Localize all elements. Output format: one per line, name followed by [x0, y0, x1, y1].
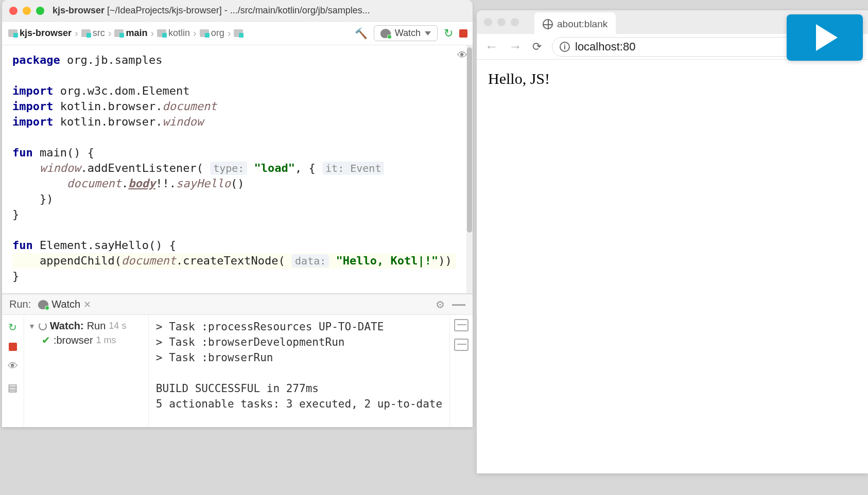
window-controls [9, 7, 44, 15]
console-line: > Task :browserDevelopmentRun [156, 336, 345, 348]
close-window-button[interactable] [484, 18, 492, 26]
zoom-window-button[interactable] [511, 18, 519, 26]
keyword: import [12, 84, 53, 97]
run-tab[interactable]: Watch ✕ [38, 298, 91, 310]
breadcrumb-item[interactable] [233, 29, 246, 37]
ide-toolbar: kjs-browser› src› main› kotlin› org› 🔨 W… [2, 22, 473, 45]
gradle-icon [38, 300, 48, 309]
breadcrumb-item[interactable]: kotlin [156, 28, 191, 39]
keyword: fun [12, 239, 33, 252]
console-line: 5 actionable tasks: 3 executed, 2 up-to-… [156, 398, 442, 410]
build-icon[interactable]: 🔨 [355, 27, 368, 40]
keyword: import [12, 100, 53, 113]
code-text: } [12, 270, 19, 282]
rerun-icon[interactable]: ↻ [8, 321, 17, 333]
breadcrumb: kjs-browser› src› main› kotlin› org› [7, 27, 352, 39]
code-text: .addEventListener( [80, 162, 210, 174]
folder-icon [157, 29, 166, 37]
highlighted-line: appendChild(document.createTextNode( dat… [12, 253, 456, 269]
code-editor[interactable]: package org.jb.samples import org.w3c.do… [2, 45, 466, 293]
code-ident: window [40, 162, 80, 174]
scrollbar-thumb[interactable] [467, 47, 472, 233]
param-hint: data: [292, 254, 329, 268]
param-hint: type: [210, 162, 247, 175]
browser-tab[interactable]: about:blank [534, 12, 616, 36]
keyword: fun [12, 146, 33, 159]
zoom-window-button[interactable] [36, 7, 44, 15]
run-panel-body: ↻ 👁 ▤ ▼ Watch: Run 14 s ✔ :brows [2, 315, 473, 427]
window-title-path: [~/IdeaProjects/kjs-browser] - .../src/m… [105, 5, 370, 15]
breadcrumb-item[interactable]: main [113, 28, 148, 39]
code-ident: document [121, 254, 176, 267]
reload-button[interactable]: ⟳ [532, 40, 542, 54]
editor-vertical-scrollbar[interactable] [466, 45, 473, 293]
forward-button[interactable]: → [509, 39, 522, 55]
back-button[interactable]: ← [485, 39, 498, 55]
page-text: Hello, JS! [488, 70, 857, 87]
code-ident: sayHello [176, 177, 231, 190]
code-text: kotlin.browser. [53, 115, 162, 128]
code-text: )) [438, 254, 452, 267]
close-window-button[interactable] [9, 7, 18, 15]
minimize-panel-icon[interactable]: — [452, 296, 465, 312]
run-tab-label: Watch [51, 298, 80, 310]
scroll-to-end-icon[interactable] [454, 339, 468, 351]
breadcrumb-item[interactable]: org [199, 28, 225, 39]
breadcrumb-item[interactable]: kjs-browser [7, 28, 73, 39]
stop-icon[interactable] [9, 343, 17, 351]
rerun-button[interactable]: ↻ [444, 27, 453, 40]
code-text: org.w3c.dom.Element [53, 84, 189, 97]
softwrap-icon[interactable] [454, 319, 468, 331]
code-text: main() { [33, 146, 94, 159]
layout-icon[interactable]: ▤ [8, 381, 18, 394]
tree-node-sub: Run [87, 320, 106, 332]
code-text: .createTextNode( [176, 254, 292, 267]
run-config-selector[interactable]: Watch [374, 25, 438, 41]
tree-child-time: 1 ms [96, 335, 116, 346]
code-text: org.jb.samples [60, 54, 163, 66]
run-panel: Run: Watch ✕ ⚙ — ↻ 👁 ▤ [2, 293, 473, 427]
inspections-icon[interactable]: 👁 [457, 49, 467, 61]
triangle-down-icon[interactable]: ▼ [28, 322, 36, 330]
play-overlay-button[interactable] [787, 14, 863, 61]
window-title: kjs-browser [~/IdeaProjects/kjs-browser]… [53, 5, 465, 16]
code-text: kotlin.browser. [53, 100, 162, 113]
stop-button[interactable] [459, 29, 467, 38]
show-icon[interactable]: 👁 [8, 360, 18, 372]
minimize-window-button[interactable] [23, 7, 31, 15]
code-string: "Hello, Kotl|!" [329, 254, 438, 267]
code-ident: document [162, 100, 217, 113]
keyword: package [12, 54, 60, 66]
run-console-output[interactable]: > Task :processResources UP-TO-DATE > Ta… [149, 315, 449, 427]
minimize-window-button[interactable] [497, 18, 506, 26]
code-ident: body [128, 177, 155, 190]
play-icon [816, 24, 838, 51]
run-left-toolbar: ↻ 👁 ▤ [2, 315, 24, 427]
tree-node[interactable]: ▼ Watch: Run 14 s [28, 319, 144, 333]
browser-window: about:blank ← → ⟳ i localhost:80 Hello, … [477, 10, 868, 473]
browser-tab-title: about:blank [557, 19, 607, 30]
globe-icon [543, 19, 553, 29]
code-ident: window [162, 115, 203, 128]
ide-titlebar: kjs-browser [~/IdeaProjects/kjs-browser]… [2, 0, 473, 22]
chevron-right-icon: › [106, 27, 114, 39]
tree-node[interactable]: ✔ :browser 1 ms [28, 333, 144, 347]
code-text: () [231, 177, 245, 190]
run-right-toolbar [449, 315, 473, 427]
gear-icon[interactable]: ⚙ [436, 298, 445, 311]
close-tab-icon[interactable]: ✕ [83, 299, 91, 310]
tree-child-label: :browser [54, 334, 93, 346]
folder-icon [114, 29, 124, 37]
toolbar-actions: 🔨 Watch ↻ [355, 25, 467, 41]
editor-wrap: package org.jb.samples import org.w3c.do… [2, 45, 473, 293]
console-line: BUILD SUCCESSFUL in 277ms [156, 382, 319, 395]
breadcrumb-item[interactable]: src [80, 28, 106, 39]
console-line: > Task :browserRun [156, 351, 273, 364]
run-config-label: Watch [395, 28, 421, 39]
param-hint: it: Event [322, 162, 384, 175]
folder-icon [200, 29, 209, 37]
code-string: "load" [247, 162, 295, 174]
site-info-icon[interactable]: i [560, 42, 570, 52]
keyword: import [12, 115, 53, 128]
run-tree[interactable]: ▼ Watch: Run 14 s ✔ :browser 1 ms [24, 315, 149, 427]
